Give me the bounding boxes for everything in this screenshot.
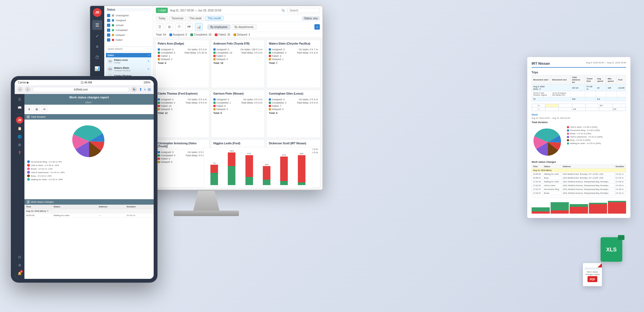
ipad-menu-icon[interactable]: ☰	[16, 96, 23, 103]
pdf-line	[585, 267, 600, 268]
status-label: Failed	[116, 39, 122, 41]
bar-red	[263, 166, 270, 180]
tab-cards[interactable]: ⊞	[166, 23, 173, 31]
status-checkbox[interactable]	[107, 29, 110, 32]
mini-bar	[532, 207, 550, 214]
table-row: 72 219 9.2	[532, 97, 626, 101]
tabs-button[interactable]: ⊞	[148, 87, 151, 92]
summary-failed: Failed: 35	[215, 33, 230, 36]
sidebar-icon-tasks[interactable]: ✓	[92, 31, 102, 41]
sidebar-icon-list[interactable]: ≡	[92, 42, 102, 52]
work-changes-title: Work status changes	[532, 161, 626, 163]
cell-time: 17:01:57	[532, 188, 543, 191]
tab-chart[interactable]: 📊	[195, 23, 203, 31]
stat-dot	[269, 102, 271, 104]
ipad-report-header: Work status changes report	[24, 94, 154, 101]
ipad-settings-icon[interactable]: ⚙	[16, 262, 23, 269]
cell: 9.2	[596, 97, 606, 101]
ipad-alert-icon[interactable]: 🔔 2	[16, 270, 23, 277]
forward-button[interactable]: ›	[25, 87, 30, 92]
driver-vehicle: Dodge	[114, 61, 146, 64]
collapse-button[interactable]: ▾	[27, 200, 30, 204]
trips-section: Trips	[532, 71, 626, 74]
legend-label: Busy - 0 h 02 m: 23%	[31, 175, 52, 177]
cell: 40	[596, 85, 606, 91]
emp-row: Failed: 0	[158, 157, 207, 160]
cell-status: Waiting for order	[543, 180, 561, 184]
trips-table: Movement start Movement end Total distan…	[532, 75, 626, 101]
edit-icon[interactable]: ✎	[147, 68, 150, 70]
url-bar[interactable]: b2field.com	[33, 87, 129, 92]
ipad-user-avatar[interactable]: JR	[16, 117, 23, 124]
toggle-by-employees[interactable]: By employees	[207, 24, 231, 30]
edit-icon[interactable]: ✎	[147, 60, 150, 63]
ipad-reports-icon[interactable]: 📋	[16, 125, 23, 132]
print-btn[interactable]: 🖶	[34, 106, 40, 112]
toggle-by-departments[interactable]: By departments	[232, 24, 257, 30]
pdf-file-icon[interactable]: Work status changes report PDF	[583, 263, 602, 286]
mini-bar-red	[608, 202, 626, 214]
status-checkbox[interactable]	[107, 24, 110, 27]
new-tab-button[interactable]: +	[144, 87, 146, 92]
filter-today[interactable]: Today	[156, 16, 168, 21]
export-button[interactable]: ⇓	[314, 24, 320, 30]
cell: 437.16	[570, 85, 585, 91]
tab-list[interactable]: ☰	[156, 23, 163, 31]
bar-stack	[298, 155, 305, 185]
filter-this-week[interactable]: This week	[187, 16, 204, 21]
ipad-card-icon[interactable]: ⊞	[16, 142, 23, 148]
status-checkbox[interactable]	[107, 38, 110, 42]
sidebar-icon-clock[interactable]: ⏱	[92, 53, 102, 63]
back-button[interactable]: ‹	[17, 87, 23, 92]
ipad-book-icon[interactable]: 📖	[16, 104, 23, 111]
collapse-button[interactable]: ▾	[27, 115, 30, 118]
section-total-duration: ▾ Total duration	[24, 114, 154, 120]
ipad-location-icon[interactable]: 📍	[16, 150, 23, 156]
email-btn[interactable]: ✉	[41, 106, 47, 112]
filter-bar: Today Tomorrow This week This month Stat…	[153, 15, 323, 22]
summary-total: Total: 64	[156, 33, 166, 36]
cell: Aug 5, 2018 (Sat) : 3	[532, 85, 551, 91]
mini-bar	[551, 202, 569, 214]
cell-time: 16:55:36	[532, 172, 543, 176]
search-input[interactable]	[287, 8, 320, 13]
pdf-badge[interactable]: PDF	[588, 276, 597, 282]
tab-map[interactable]: 🗺	[185, 23, 193, 31]
ipad-report-sub: Elwin ²	[24, 101, 154, 105]
status-checkbox[interactable]	[107, 19, 110, 22]
th-movement-end: Movement end	[551, 75, 570, 85]
driver-item[interactable]: PA Peters Aron Dodge ✎	[106, 57, 151, 65]
cell-status: Break	[543, 191, 561, 195]
cell-time: 17:02:07	[532, 191, 543, 195]
xls-file-icon[interactable]: XLS	[601, 237, 622, 262]
tab-time[interactable]: ⏱	[175, 23, 183, 31]
ipad-frame: Carrier ▶ 11:46 AM 100% ‹ › b2field.com …	[11, 76, 157, 283]
download-btn[interactable]: ⬇	[26, 106, 32, 112]
ipad-globe-icon[interactable]: 🌐	[16, 133, 23, 140]
share-button[interactable]: ⬆	[139, 87, 142, 92]
emp-row: Failed: 8	[213, 105, 263, 107]
emp-name: Christopher Armstrong (Volvo (Truck))	[158, 142, 207, 149]
driver-info: Peters Aron Dodge	[114, 59, 146, 64]
emp-row: Completed: 5 Total delay: 0 h 20 m	[158, 51, 207, 54]
sidebar-icon-menu[interactable]: ☰	[92, 20, 102, 30]
add-button[interactable]: + Add	[156, 8, 168, 13]
status-checkbox[interactable]	[107, 14, 110, 17]
table-header-row: Time Status Address Duration	[24, 205, 154, 209]
legend-dot	[27, 167, 30, 170]
driver-item[interactable]: WE Waters Elwin Chrysler Pacifica ✎	[106, 65, 151, 73]
refresh-button[interactable]: ↻	[131, 87, 137, 92]
legend-dot	[27, 171, 30, 174]
quick-search-input[interactable]	[106, 46, 151, 51]
mini-bar-red	[532, 211, 550, 214]
filter-tomorrow[interactable]: Tomorrow	[169, 16, 186, 21]
filter-this-month[interactable]: This month	[205, 16, 223, 21]
status-checkbox[interactable]	[107, 33, 110, 37]
stat-dot	[213, 55, 216, 57]
bar-percent: 7%	[213, 162, 216, 164]
sidebar-icon-chart[interactable]: 📊	[92, 64, 102, 73]
cell: 10:41:33 Katrine Ale Dakaur Rd...	[551, 91, 570, 97]
th-travel: Travel time	[585, 75, 596, 85]
ipad-home-icon[interactable]: ⊡	[16, 254, 23, 260]
pdf-corner-fold	[598, 263, 602, 267]
